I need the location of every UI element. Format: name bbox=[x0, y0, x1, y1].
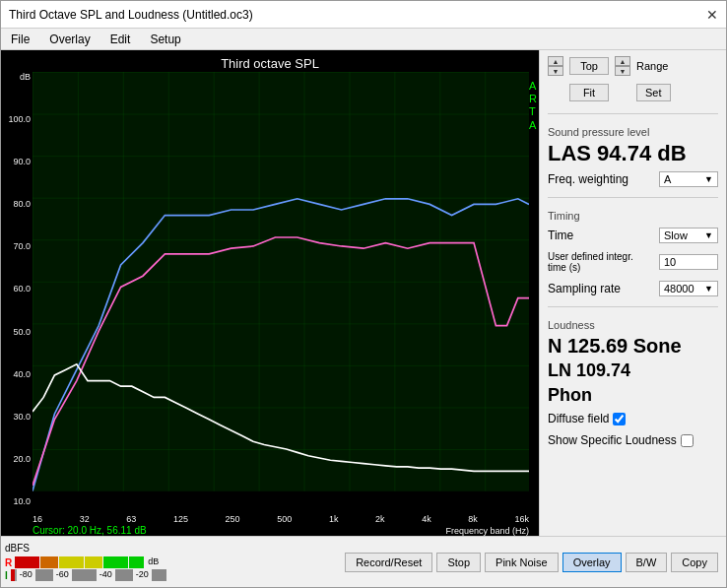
overlay-button[interactable]: Overlay bbox=[562, 553, 622, 572]
x-1k: 1k bbox=[329, 514, 339, 524]
stop-button[interactable]: Stop bbox=[436, 553, 481, 572]
y-axis: dB 100.0 90.0 80.0 70.0 60.0 50.0 40.0 3… bbox=[3, 72, 33, 506]
loudness-n: N 125.69 Sone bbox=[548, 335, 718, 357]
show-specific-row: Show Specific Loudness bbox=[548, 433, 718, 447]
integr-label: User defined integr. time (s) bbox=[548, 251, 646, 273]
x-16k: 16k bbox=[514, 514, 529, 524]
menu-bar: File Overlay Edit Setup bbox=[1, 29, 726, 50]
integr-row: User defined integr. time (s) bbox=[548, 251, 718, 273]
range-spin-up[interactable]: ▲ bbox=[615, 56, 630, 66]
diffuse-field-checkbox[interactable] bbox=[613, 413, 626, 425]
y-30: 30.0 bbox=[13, 412, 33, 422]
y-100: 100.0 bbox=[8, 114, 33, 124]
top-spin-up[interactable]: ▲ bbox=[548, 56, 563, 66]
time-dropdown[interactable]: Slow ▼ bbox=[659, 228, 718, 243]
close-button[interactable]: ✕ bbox=[706, 7, 718, 23]
copy-button[interactable]: Copy bbox=[671, 553, 718, 572]
x-16: 16 bbox=[33, 514, 42, 524]
db-label: dB bbox=[145, 556, 159, 568]
chart-title: Third octave SPL bbox=[1, 52, 539, 71]
loudness-label: Loudness bbox=[548, 319, 718, 331]
bw-button[interactable]: B/W bbox=[626, 553, 668, 572]
x-2k: 2k bbox=[375, 514, 385, 524]
bottom-bar: dBFS R dB I -80 bbox=[1, 536, 726, 587]
show-specific-label: Show Specific Loudness bbox=[548, 433, 677, 447]
bottom-buttons: Record/Reset Stop Pink Noise Overlay B/W… bbox=[337, 549, 726, 576]
dbfs-label: dBFS bbox=[5, 543, 30, 554]
loudness-phon: Phon bbox=[548, 385, 718, 406]
x-250: 250 bbox=[226, 514, 240, 524]
chart-svg bbox=[33, 72, 529, 491]
menu-edit[interactable]: Edit bbox=[104, 31, 137, 48]
x-63: 63 bbox=[126, 514, 136, 524]
menu-file[interactable]: File bbox=[5, 31, 35, 48]
time-value: Slow bbox=[664, 229, 688, 241]
chart-area: Third octave SPL ARTA dB 100.0 90.0 80.0… bbox=[1, 50, 539, 536]
sampling-label: Sampling rate bbox=[548, 282, 621, 295]
svg-rect-4 bbox=[33, 72, 529, 491]
dbfs-section: dBFS R dB I -80 bbox=[1, 541, 170, 583]
divider-2 bbox=[548, 197, 718, 198]
i-label: I bbox=[5, 570, 8, 581]
title-bar: Third Octave SPL and Loudness (Untitled.… bbox=[1, 1, 726, 29]
time-label: Time bbox=[548, 229, 573, 242]
diffuse-field-label: Diffuse field bbox=[548, 412, 609, 425]
freq-weighting-value: A bbox=[664, 173, 671, 185]
freq-dropdown-arrow: ▼ bbox=[704, 174, 713, 184]
divider-3 bbox=[548, 306, 718, 307]
i-level-bar: -80 -60 -40 -20 bbox=[11, 569, 166, 581]
set-button[interactable]: Set bbox=[636, 84, 671, 101]
x-axis: 16 32 63 125 250 500 1k 2k 4k 8k 16k bbox=[33, 514, 529, 524]
range-label: Range bbox=[636, 60, 668, 72]
y-90: 90.0 bbox=[13, 157, 33, 166]
y-50: 50.0 bbox=[13, 327, 33, 337]
freq-band-label: Frequency band (Hz) bbox=[445, 526, 529, 536]
sidebar: ▲ ▼ Top ▲ ▼ Range Fit Set Sound pressure… bbox=[539, 50, 726, 536]
sampling-value: 48000 bbox=[664, 283, 694, 294]
spl-value: LAS 94.74 dB bbox=[548, 142, 718, 165]
sampling-row: Sampling rate 48000 ▼ bbox=[548, 281, 718, 296]
menu-setup[interactable]: Setup bbox=[144, 31, 186, 48]
y-20: 20.0 bbox=[13, 454, 33, 464]
x-32: 32 bbox=[80, 514, 90, 524]
fit-controls: Fit Set bbox=[548, 84, 718, 101]
freq-weighting-dropdown[interactable]: A ▼ bbox=[659, 171, 718, 187]
range-spin-down[interactable]: ▼ bbox=[615, 66, 630, 76]
x-500: 500 bbox=[277, 514, 292, 524]
r-level-bar: dB bbox=[15, 556, 159, 568]
x-125: 125 bbox=[173, 514, 188, 524]
main-window: Third Octave SPL and Loudness (Untitled.… bbox=[0, 0, 727, 588]
pink-noise-button[interactable]: Pink Noise bbox=[485, 553, 559, 572]
r-label: R bbox=[5, 557, 12, 568]
top-controls: ▲ ▼ Top ▲ ▼ Range bbox=[548, 56, 718, 76]
window-title: Third Octave SPL and Loudness (Untitled.… bbox=[9, 8, 253, 22]
time-dropdown-arrow: ▼ bbox=[704, 230, 713, 240]
show-specific-checkbox[interactable] bbox=[681, 434, 694, 447]
y-60: 60.0 bbox=[13, 284, 33, 294]
menu-overlay[interactable]: Overlay bbox=[43, 31, 96, 48]
time-row: Time Slow ▼ bbox=[548, 228, 718, 243]
y-db-label: dB bbox=[20, 72, 33, 82]
sampling-dropdown-arrow: ▼ bbox=[704, 284, 713, 294]
x-8k: 8k bbox=[468, 514, 478, 524]
integr-input[interactable] bbox=[659, 254, 718, 270]
cursor-info: Cursor: 20.0 Hz, 56.11 dB bbox=[33, 525, 147, 536]
loudness-ln: LN 109.74 bbox=[548, 360, 718, 381]
x-4k: 4k bbox=[422, 514, 431, 524]
y-70: 70.0 bbox=[13, 241, 33, 251]
chart-wrapper: dB 100.0 90.0 80.0 70.0 60.0 50.0 40.0 3… bbox=[1, 72, 539, 536]
main-content: Third octave SPL ARTA dB 100.0 90.0 80.0… bbox=[1, 50, 726, 536]
top-button[interactable]: Top bbox=[569, 57, 609, 75]
diffuse-field-row: Diffuse field bbox=[548, 412, 718, 425]
freq-weighting-label: Freq. weighting bbox=[548, 172, 628, 186]
fit-button[interactable]: Fit bbox=[569, 84, 609, 101]
y-40: 40.0 bbox=[13, 369, 33, 379]
sampling-dropdown[interactable]: 48000 ▼ bbox=[659, 281, 718, 296]
top-spin-down[interactable]: ▼ bbox=[548, 66, 563, 76]
spl-section-label: Sound pressure level bbox=[548, 126, 718, 138]
timing-label: Timing bbox=[548, 210, 718, 222]
record-reset-button[interactable]: Record/Reset bbox=[345, 553, 432, 572]
divider-1 bbox=[548, 113, 718, 114]
y-10: 10.0 bbox=[13, 496, 33, 506]
top-spin: ▲ ▼ bbox=[548, 56, 563, 76]
